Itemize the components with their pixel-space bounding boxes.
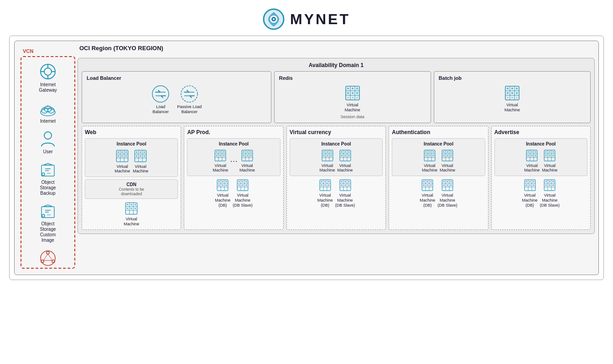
svg-rect-165 — [348, 155, 349, 156]
object-storage-backup-wrap: ObjectStorageBackup — [40, 161, 56, 196]
svg-rect-241 — [531, 155, 533, 156]
adv-vm-1-label: VirtualMachine — [524, 163, 540, 173]
vc-db-slave-icon — [338, 178, 352, 192]
availability-domain: Availability Domain 1 Load Balancer — [78, 58, 595, 234]
svg-rect-272 — [553, 181, 554, 182]
vc-vm-1-icon — [321, 149, 334, 162]
svg-rect-163 — [341, 155, 342, 156]
svg-rect-270 — [545, 181, 547, 182]
redis-vm-label: VirtualMachine — [345, 103, 360, 113]
svg-rect-207 — [443, 155, 444, 156]
auth-pool-title: Instance Pool — [395, 141, 482, 146]
redis-session-label: Session data — [341, 114, 364, 119]
ap-vm-2-icon — [240, 149, 254, 162]
batch-icons: VirtualMachine — [439, 84, 586, 113]
svg-rect-130 — [218, 185, 220, 186]
vc-db-slave-label: VirtualMachine(DB Slave) — [335, 193, 355, 208]
svg-rect-150 — [327, 151, 328, 152]
svg-point-22 — [42, 173, 45, 176]
svg-rect-175 — [324, 185, 326, 186]
svg-rect-149 — [323, 151, 324, 152]
svg-rect-106 — [220, 151, 221, 152]
svg-rect-64 — [507, 97, 509, 99]
ap-prod-section: AP Prod. Instance Pool — [184, 126, 283, 230]
svg-rect-219 — [427, 185, 428, 186]
svg-rect-119 — [243, 155, 244, 156]
svg-rect-110 — [223, 155, 225, 156]
svg-rect-260 — [529, 181, 530, 182]
svg-rect-73 — [122, 151, 123, 152]
web-db-vm: VirtualMachine — [124, 201, 139, 227]
svg-rect-141 — [239, 185, 240, 186]
load-balancer-vm-label: LoadBalancer — [153, 104, 169, 114]
ap-ellipsis: ··· — [230, 156, 238, 173]
svg-rect-132 — [226, 185, 227, 186]
redis-vm: VirtualMachine Session data — [341, 84, 364, 119]
web-vm-2-label: VirtualMachine — [133, 164, 148, 174]
advertise-pool-title: Instance Pool — [498, 141, 584, 146]
svg-rect-215 — [423, 181, 425, 182]
svg-rect-96 — [135, 204, 136, 205]
auth-vm-2-label: VirtualMachine — [440, 163, 455, 173]
svg-rect-140 — [245, 181, 247, 182]
svg-rect-87 — [140, 155, 141, 156]
svg-rect-185 — [341, 185, 342, 186]
svg-rect-275 — [553, 185, 554, 186]
redis-icons: VirtualMachine Session data — [279, 84, 426, 119]
svg-rect-271 — [549, 181, 551, 182]
svg-rect-120 — [246, 155, 248, 156]
auth-vm-1: VirtualMachine — [422, 149, 437, 173]
svg-rect-263 — [529, 185, 530, 186]
redis-vm-icon — [344, 84, 361, 102]
svg-rect-127 — [218, 181, 220, 182]
ap-db-vm: VirtualMachine(DB) — [215, 178, 230, 208]
batch-vm: VirtualMachine — [504, 84, 521, 113]
svg-rect-217 — [430, 181, 431, 182]
oci-region: VCN InternetGateway — [14, 41, 599, 275]
svg-rect-63 — [516, 92, 518, 94]
vc-title: Virtual currency — [290, 129, 383, 135]
svg-rect-116 — [243, 151, 244, 152]
region-label: OCI Region (TOKYO REGION) — [78, 45, 595, 52]
object-storage-backup-label: ObjectStorageBackup — [40, 180, 56, 196]
svg-rect-107 — [223, 151, 225, 152]
svg-rect-60 — [516, 88, 518, 89]
svg-rect-238 — [531, 151, 533, 152]
svg-rect-274 — [549, 185, 551, 186]
brand-label: MYNET — [290, 11, 350, 28]
auth-db-label: VirtualMachine(DB) — [420, 193, 435, 208]
svg-rect-230 — [447, 185, 448, 186]
svg-rect-105 — [216, 151, 218, 152]
auth-vm-2-icon — [441, 149, 454, 162]
svg-rect-242 — [535, 155, 536, 156]
svg-rect-173 — [328, 181, 329, 182]
svg-rect-197 — [429, 155, 430, 156]
virtual-currency-section: Virtual currency Instance Pool — [286, 126, 386, 230]
svg-rect-250 — [553, 151, 554, 152]
authentication-section: Authentication Instance Pool — [389, 126, 488, 230]
passive-lb-icon — [180, 84, 199, 104]
svg-rect-160 — [341, 151, 342, 152]
web-db-vm-icon — [124, 201, 139, 216]
auth-vm-2: VirtualMachine — [440, 149, 455, 173]
ap-vm-1-icon — [213, 149, 227, 162]
svg-rect-152 — [323, 155, 324, 156]
ap-vm-1: VirtualMachine — [213, 149, 228, 173]
internet-gateway-icon — [39, 63, 57, 80]
svg-rect-227 — [447, 181, 448, 182]
web-vm-1-label: VirtualMachine — [114, 164, 130, 174]
web-vm-1-icon — [115, 149, 130, 163]
passive-lb-vm: Passive LoadBalancer — [177, 84, 202, 114]
svg-rect-74 — [125, 151, 127, 152]
svg-point-6 — [44, 68, 52, 75]
adv-vm-2: VirtualMachine — [542, 149, 557, 173]
ap-vm-1-label: VirtualMachine — [213, 163, 228, 173]
object-storage-custom-icon — [40, 203, 56, 219]
svg-rect-75 — [118, 155, 119, 156]
adv-db-vm: VirtualMachine(DB) — [522, 178, 538, 208]
svg-rect-251 — [545, 155, 547, 156]
svg-rect-154 — [330, 155, 332, 156]
svg-rect-231 — [450, 185, 452, 186]
load-balancer-title: Load Balancer — [87, 75, 266, 81]
svg-rect-65 — [511, 97, 513, 99]
